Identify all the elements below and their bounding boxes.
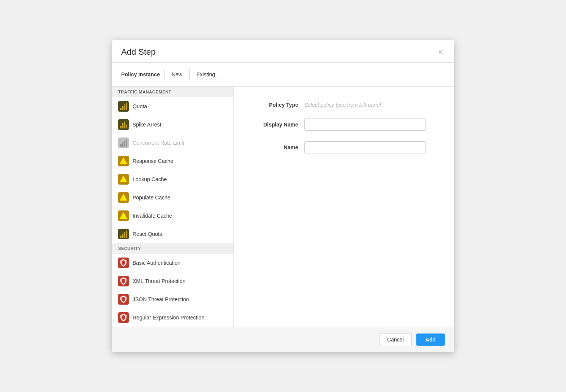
display-name-input[interactable] [304,119,426,131]
svg-rect-7 [122,123,123,128]
response-cache-icon: ⚡ [118,156,129,166]
quota-icon [118,101,129,112]
policy-item-lookup-cache[interactable]: Lookup Cache [112,170,233,188]
svg-rect-28 [126,231,127,238]
concurrent-rate-limit-icon [118,138,129,148]
reset-quota-label: Reset Quota [133,231,163,237]
basic-auth-icon [118,258,129,268]
section-header-security: SECURITY [112,243,233,254]
policy-instance-label: Policy Instance [121,71,160,77]
policy-item-response-cache[interactable]: ⚡ Response Cache [112,152,233,170]
name-label: Name [256,144,298,150]
policy-item-spike-arrest[interactable]: Spike Arrest [112,115,233,134]
add-button[interactable]: Add [416,334,445,346]
svg-rect-13 [124,141,125,147]
svg-rect-11 [120,144,122,147]
policy-item-concurrent-rate-limit: Concurrent Rate Limit [112,134,233,152]
policy-item-reset-quota[interactable]: Reset Quota [112,225,233,243]
section-header-traffic: TRAFFIC MANAGEMENT [112,87,233,97]
svg-rect-1 [120,108,122,110]
quota-label: Quota [133,103,147,109]
policy-item-xml-threat[interactable]: XML Threat Protection [112,272,233,290]
policy-instance-row: Policy Instance New Existing [112,63,454,87]
regex-protection-icon [118,312,129,323]
policy-item-regex-protection[interactable]: Regular Expression Protection [112,308,233,327]
policy-instance-toggle: New Existing [164,69,222,80]
dialog-footer: Cancel Add [112,327,454,352]
basic-auth-label: Basic Authentication [133,260,180,266]
policy-type-row: Policy Type Select policy type from left… [256,102,431,108]
name-row: Name [256,141,431,153]
xml-threat-icon [118,276,129,286]
toggle-new-button[interactable]: New [165,69,190,80]
spike-arrest-label: Spike Arrest [133,122,161,128]
left-panel: TRAFFIC MANAGEMENT Quota [112,87,234,327]
dialog-title: Add Step [121,47,156,57]
populate-cache-label: Populate Cache [133,194,171,201]
svg-rect-2 [122,106,123,110]
response-cache-label: Response Cache [133,158,173,164]
dialog-body: TRAFFIC MANAGEMENT Quota [112,87,454,327]
policy-type-value: Select policy type from left panel [304,102,381,108]
populate-cache-icon [118,192,129,203]
svg-rect-4 [126,103,127,110]
xml-threat-label: XML Threat Protection [133,278,185,284]
toggle-existing-button[interactable]: Existing [190,69,222,80]
json-threat-icon [118,294,129,305]
svg-rect-25 [120,236,122,238]
right-panel: Policy Type Select policy type from left… [234,87,454,327]
svg-rect-3 [124,104,125,110]
policy-item-json-threat[interactable]: JSON Threat Protection [112,290,233,308]
policy-item-basic-auth[interactable]: Basic Authentication [112,254,233,272]
svg-rect-9 [126,125,127,128]
policy-item-invalidate-cache[interactable]: Invalidate Cache [112,207,233,225]
svg-text:⚡: ⚡ [122,160,126,164]
policy-item-populate-cache[interactable]: Populate Cache [112,188,233,207]
svg-rect-27 [124,232,125,238]
policy-item-quota[interactable]: Quota [112,97,233,115]
add-step-dialog: Add Step × Policy Instance New Existing … [112,40,454,352]
policy-type-label: Policy Type [256,102,298,108]
display-name-label: Display Name [256,122,298,128]
reset-quota-icon [118,229,129,239]
svg-rect-6 [120,126,122,128]
concurrent-rate-limit-label: Concurrent Rate Limit [133,140,184,146]
spike-arrest-icon [118,119,129,130]
name-input[interactable] [304,141,426,153]
lookup-cache-icon [118,174,129,185]
regex-protection-label: Regular Expression Protection [133,315,204,321]
svg-rect-12 [122,142,123,147]
display-name-row: Display Name [256,119,431,131]
svg-rect-14 [126,139,127,147]
invalidate-cache-label: Invalidate Cache [133,213,172,219]
invalidate-cache-icon [118,210,129,221]
json-threat-label: JSON Threat Protection [133,296,189,302]
svg-rect-8 [124,122,125,128]
cancel-button[interactable]: Cancel [379,333,412,346]
close-button[interactable]: × [436,47,445,57]
dialog-header: Add Step × [112,40,454,63]
svg-rect-26 [122,234,123,238]
lookup-cache-label: Lookup Cache [133,176,167,182]
